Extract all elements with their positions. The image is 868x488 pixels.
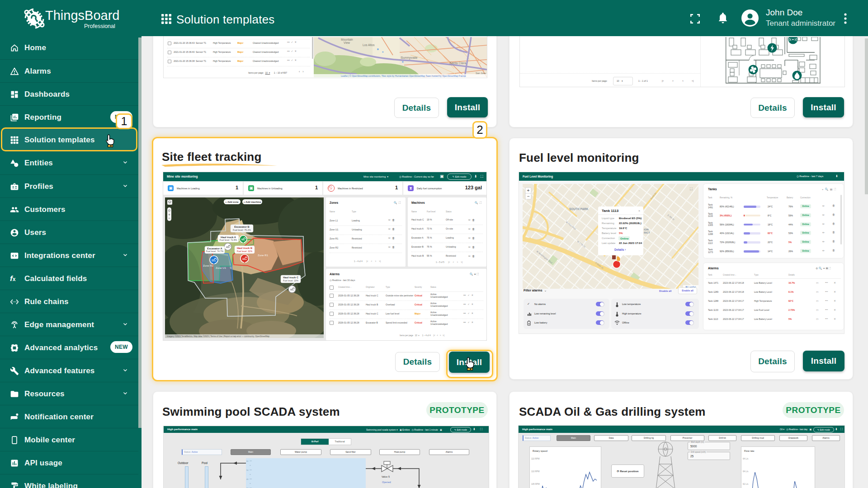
- svg-text:Los Altos: Los Altos: [363, 43, 375, 47]
- svg-text:Fuel level: 19%: Fuel level: 19%: [283, 279, 299, 282]
- svg-text:Fuel level: 74.7%: Fuel level: 74.7%: [206, 250, 224, 253]
- svg-text:View: View: [344, 41, 350, 44]
- svg-text:64 L/s: 64 L/s: [743, 458, 749, 460]
- svg-text:Last update: Last update: [602, 242, 615, 244]
- svg-text:60: 60: [246, 460, 249, 462]
- svg-text:110 RPM: 110 RPM: [531, 458, 540, 460]
- svg-text:Opened: Opened: [382, 481, 391, 483]
- svg-text:40: 40: [246, 478, 249, 480]
- svg-text:Zone R2: Zone R2: [203, 264, 214, 267]
- svg-text:+ Add zone: + Add zone: [225, 201, 238, 203]
- svg-text:+: +: [527, 188, 530, 193]
- svg-text:Sunnyvale: Sunnyvale: [401, 56, 418, 60]
- svg-text:RICT: RICT: [644, 231, 650, 234]
- svg-text:Fuel level: 72.8%: Fuel level: 72.8%: [220, 239, 237, 241]
- svg-text:ION: ION: [644, 228, 649, 231]
- svg-text:SOUTH PARK: SOUTH PARK: [569, 207, 589, 211]
- svg-text:22.02% (202818L): 22.02% (202818L): [619, 222, 642, 225]
- svg-text:Leaflet | © OpenStreetMap cont: Leaflet | © OpenStreetMap contributors, …: [341, 75, 466, 77]
- svg-text:Fuel level: 75.2%: Fuel level: 75.2%: [233, 229, 251, 231]
- svg-text:×: ×: [638, 209, 640, 212]
- svg-text:Haul truck B: Haul truck B: [237, 247, 252, 249]
- svg-text:50: 50: [246, 469, 249, 471]
- svg-text:Remaining: Remaining: [602, 222, 614, 225]
- svg-text:19.6°C: 19.6°C: [619, 227, 627, 230]
- svg-text:Zone R1: Zone R1: [258, 254, 269, 257]
- svg-text:Imagery ©2023 TerraMetrics, Ma: Imagery ©2023 TerraMetrics, Map data ©20…: [167, 335, 270, 338]
- svg-text:22 Jun 2023 17:04: 22 Jun 2023 17:04: [619, 242, 642, 244]
- svg-text:Excavator B: Excavator B: [234, 225, 250, 228]
- svg-text:−: −: [527, 194, 530, 199]
- svg-text:Santa Clara: Santa Clara: [449, 61, 466, 65]
- svg-text:5%: 5%: [619, 232, 623, 235]
- svg-text:64 L/s: 64 L/s: [743, 470, 749, 473]
- svg-text:Connection: Connection: [602, 237, 615, 239]
- svg-text:Online: Online: [620, 237, 629, 240]
- svg-text:Valve 5: Valve 5: [382, 475, 390, 478]
- svg-text:Liquid type: Liquid type: [602, 217, 614, 220]
- svg-text:Tank 1113: Tank 1113: [602, 209, 619, 213]
- svg-text:Mountain: Mountain: [341, 38, 353, 41]
- svg-text:Temperature: Temperature: [602, 227, 617, 230]
- svg-text:Fuel level: 32%: Fuel level: 32%: [237, 250, 253, 253]
- svg-text:Battery level: Battery level: [602, 232, 616, 235]
- svg-text:62 L/s: 62 L/s: [743, 483, 749, 485]
- svg-text:⛶: ⛶: [690, 187, 693, 191]
- svg-text:Details ›: Details ›: [614, 248, 626, 251]
- svg-text:Biodiesel B5 (5%): Biodiesel B5 (5%): [619, 217, 642, 220]
- svg-text:105 RPM: 105 RPM: [531, 483, 540, 485]
- svg-text:Haul truck C: Haul truck C: [283, 276, 299, 279]
- svg-text:Zone U1: Zone U1: [216, 267, 226, 269]
- svg-text:+ Add machine: + Add machine: [243, 201, 261, 203]
- svg-text:110 RPM: 110 RPM: [531, 470, 540, 473]
